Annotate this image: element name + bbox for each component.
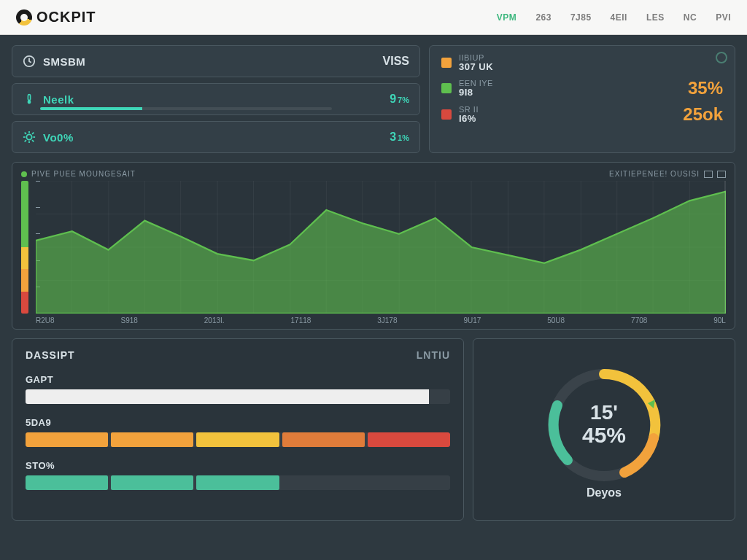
chart-view-icon-1[interactable] — [704, 171, 713, 178]
nav-item-6[interactable]: PVI — [716, 12, 731, 23]
chart-view-icon-2[interactable] — [717, 171, 726, 178]
metric-row-2[interactable]: Vo0% 31% — [12, 121, 420, 153]
status-label-2: SR II I6% — [459, 105, 479, 124]
chart-title: PIVE PUEE MOUNGESAIT — [31, 170, 136, 178]
gauge-main-value: 45% — [582, 423, 626, 448]
metric-label-1: Neelk — [43, 93, 74, 106]
metrics-column: SMSBM VISS Neelk 97% Vo0% — [12, 45, 420, 153]
progress-row-0: GAPT — [26, 374, 450, 404]
svg-rect-1 — [28, 95, 30, 101]
metric-row-0[interactable]: SMSBM VISS — [12, 45, 420, 77]
status-pct-1: 35% — [688, 78, 723, 98]
top-nav: VPM 263 7J85 4EII LES NC PVI — [497, 12, 731, 23]
clock-icon — [23, 55, 36, 68]
progress-title-left: DASSIPT — [26, 349, 75, 361]
status-label-1: EEN IYE 9I8 — [459, 79, 493, 98]
brand-mark-icon — [16, 9, 32, 26]
gauge[interactable]: 15' 45% — [538, 359, 670, 491]
metric-value-1: 97% — [390, 93, 409, 106]
chart-status-dot-icon — [21, 171, 27, 177]
svg-line-11 — [25, 140, 26, 141]
gauge-center: 15' 45% — [538, 359, 670, 491]
status-swatch-0 — [441, 58, 452, 68]
thermometer-icon — [23, 93, 36, 106]
progress-bar-1[interactable] — [26, 432, 450, 447]
svg-line-8 — [25, 133, 26, 134]
nav-item-1[interactable]: 263 — [535, 12, 551, 23]
status-label-0: IIBIUP 307 UK — [459, 53, 493, 72]
nav-item-0[interactable]: VPM — [497, 12, 517, 23]
chart-header: PIVE PUEE MOUNGESAIT EXITIEPENEE! OUSISI — [21, 170, 726, 178]
progress-bar-2[interactable] — [26, 475, 450, 490]
status-card: IIBIUP 307 UK EEN IYE 9I8 35% SR II I6% — [429, 45, 735, 153]
progress-row-2: STO% — [26, 460, 450, 490]
gear-icon — [23, 131, 36, 144]
status-pct-2: 25ok — [683, 104, 723, 125]
metric-progress-1 — [40, 107, 332, 110]
progress-row-1: 5DA9 — [26, 417, 450, 447]
chart-plot[interactable] — [36, 181, 726, 314]
chart-body — [21, 181, 726, 314]
svg-line-10 — [32, 133, 34, 134]
chart-x-axis: R2U8S918 2013I.17118 3J1789U17 50U87708 … — [21, 314, 726, 324]
metric-label-2: Vo0% — [43, 131, 74, 144]
progress-label-1: 5DA9 — [26, 417, 450, 428]
metric-value-2: 31% — [390, 131, 409, 144]
status-row-1: EEN IYE 9I8 35% — [441, 78, 723, 98]
metric-row-1[interactable]: Neelk 97% — [12, 83, 420, 115]
status-row-0: IIBIUP 307 UK — [441, 53, 723, 72]
top-row: SMSBM VISS Neelk 97% Vo0% — [12, 45, 735, 153]
brand-name: OCKPIT — [36, 9, 96, 26]
metric-value-0: VISS — [383, 55, 409, 68]
svg-point-2 — [28, 101, 31, 104]
status-swatch-1 — [441, 83, 452, 93]
chart-y-gauge — [21, 181, 28, 314]
dashboard-canvas: SMSBM VISS Neelk 97% Vo0% — [0, 35, 747, 531]
chart-right-label: EXITIEPENEE! OUSISI — [609, 170, 700, 178]
nav-item-4[interactable]: LES — [646, 12, 665, 23]
status-row-2: SR II I6% 25ok — [441, 104, 723, 125]
nav-item-3[interactable]: 4EII — [611, 12, 627, 23]
topbar: OCKPIT VPM 263 7J85 4EII LES NC PVI — [0, 0, 747, 35]
progress-panel: DASSIPT LNTIU GAPT 5DA9 STO% — [12, 338, 464, 521]
area-chart-svg — [36, 181, 726, 314]
refresh-icon[interactable] — [716, 52, 727, 63]
gauge-panel: 15' 45% Deyos — [473, 338, 735, 521]
progress-label-2: STO% — [26, 460, 450, 471]
progress-bar-0[interactable] — [26, 389, 450, 404]
status-swatch-2 — [441, 109, 452, 120]
bottom-row: DASSIPT LNTIU GAPT 5DA9 STO% — [12, 338, 735, 521]
nav-item-5[interactable]: NC — [684, 12, 697, 23]
svg-line-9 — [32, 140, 34, 141]
brand-logo: OCKPIT — [16, 9, 96, 26]
progress-title-right: LNTIU — [417, 349, 450, 361]
gauge-top-value: 15' — [590, 402, 618, 423]
metric-label-0: SMSBM — [43, 55, 85, 68]
nav-item-2[interactable]: 7J85 — [570, 12, 592, 23]
svg-point-3 — [26, 134, 31, 139]
progress-label-0: GAPT — [26, 374, 450, 385]
main-chart-card: PIVE PUEE MOUNGESAIT EXITIEPENEE! OUSISI — [12, 162, 735, 330]
